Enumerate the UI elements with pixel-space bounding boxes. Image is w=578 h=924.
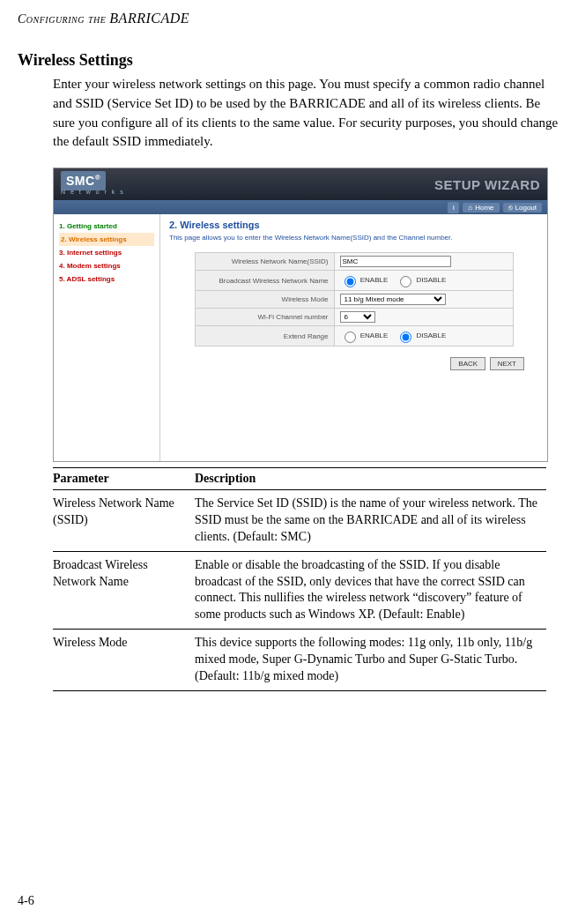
wizard-step-title: 2. Wireless settings	[169, 220, 538, 230]
help-icon[interactable]: i	[448, 202, 459, 213]
section-title: Wireless Settings	[18, 51, 560, 70]
intro-paragraph: Enter your wireless network settings on …	[53, 75, 560, 152]
param-name: Broadcast Wireless Network Name	[53, 551, 195, 630]
broadcast-disable-radio[interactable]: DISABLE	[396, 276, 446, 284]
mode-label: Wireless Mode	[195, 291, 334, 309]
sidebar-item-wireless[interactable]: 2. Wireless settings	[59, 233, 154, 246]
param-name: Wireless Network Name (SSID)	[53, 490, 195, 552]
wireless-form: Wireless Network Name(SSID) Broadcast Wi…	[195, 252, 514, 346]
sidebar-item-modem[interactable]: 4. Modem settings	[59, 259, 154, 272]
parameter-table: Parameter Description Wireless Network N…	[53, 467, 546, 691]
ssid-input[interactable]	[340, 256, 451, 267]
param-desc: Enable or disable the broadcasting of th…	[195, 551, 546, 630]
broadcast-label: Broadcast Wireless Network Name	[195, 271, 334, 291]
wizard-step-sub: This page allows you to enter the Wirele…	[169, 234, 538, 242]
home-icon: ⌂	[468, 204, 472, 212]
home-button[interactable]: ⌂ Home	[463, 203, 499, 212]
param-desc: This device supports the following modes…	[195, 630, 546, 691]
back-button[interactable]: BACK	[450, 357, 485, 370]
th-description: Description	[195, 468, 546, 490]
logout-label: Logout	[515, 204, 537, 212]
smc-logo: SMC® N e t w o r k s	[61, 174, 125, 195]
th-parameter: Parameter	[53, 468, 195, 490]
mode-select[interactable]: 11 b/g Mixed mode	[340, 294, 446, 305]
range-enable-radio[interactable]: ENABLE	[340, 332, 389, 339]
wizard-title: SETUP WIZARD	[434, 177, 540, 192]
running-head: Configuring the BARRICADE	[18, 11, 560, 26]
logo-registered: ®	[95, 174, 100, 182]
broadcast-enable-radio[interactable]: ENABLE	[340, 276, 389, 284]
home-label: Home	[475, 204, 493, 212]
sidebar-item-internet[interactable]: 3. Internet settings	[59, 246, 154, 259]
logo-text: SMC	[66, 174, 95, 188]
wizard-main: 2. Wireless settings This page allows yo…	[160, 214, 547, 461]
param-desc: The Service Set ID (SSID) is the name of…	[195, 490, 546, 552]
ssid-label: Wireless Network Name(SSID)	[195, 253, 334, 271]
wizard-sidebar: 1. Getting started 2. Wireless settings …	[54, 214, 160, 461]
screenshot-toolbar: i ⌂ Home ⎋ Logout	[54, 200, 547, 214]
range-disable-radio[interactable]: DISABLE	[396, 332, 446, 339]
running-head-brand: BARRICADE	[109, 11, 189, 26]
router-screenshot: SMC® N e t w o r k s SETUP WIZARD i ⌂ Ho…	[53, 168, 548, 462]
sidebar-item-getting-started[interactable]: 1. Getting started	[59, 220, 154, 233]
table-row: Broadcast Wireless Network Name Enable o…	[53, 551, 546, 630]
logo-subtext: N e t w o r k s	[61, 189, 125, 195]
channel-label: Wi-Fi Channel number	[195, 309, 334, 326]
channel-select[interactable]: 6	[340, 311, 375, 323]
page-number: 4-6	[18, 894, 34, 908]
table-row: Wireless Network Name (SSID) The Service…	[53, 490, 546, 552]
next-button[interactable]: NEXT	[490, 357, 524, 370]
sidebar-item-adsl[interactable]: 5. ADSL settings	[59, 272, 154, 286]
running-head-left: Configuring the	[18, 12, 106, 26]
logout-button[interactable]: ⎋ Logout	[503, 203, 542, 212]
screenshot-header: SMC® N e t w o r k s SETUP WIZARD	[54, 168, 547, 200]
param-name: Wireless Mode	[53, 630, 195, 691]
table-row: Wireless Mode This device supports the f…	[53, 630, 546, 691]
logout-icon: ⎋	[508, 204, 513, 212]
range-label: Extend Range	[195, 326, 334, 346]
